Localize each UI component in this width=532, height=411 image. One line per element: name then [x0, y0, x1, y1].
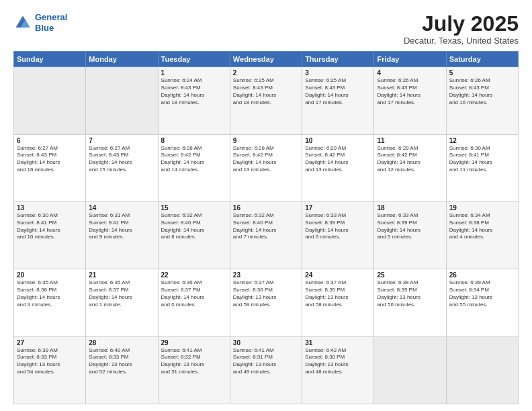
day-number: 1	[161, 69, 227, 77]
day-cell: 9Sunrise: 6:28 AM Sunset: 8:42 PM Daylig…	[230, 134, 302, 201]
day-number: 24	[305, 271, 371, 279]
day-detail: Sunrise: 6:40 AM Sunset: 8:33 PM Dayligh…	[89, 347, 154, 376]
day-number: 13	[17, 204, 83, 212]
day-number: 30	[233, 339, 299, 347]
day-number: 12	[449, 137, 515, 144]
weekday-wednesday: Wednesday	[230, 52, 302, 67]
weekday-saturday: Saturday	[446, 52, 518, 67]
day-number: 17	[305, 204, 371, 212]
day-detail: Sunrise: 6:24 AM Sunset: 8:43 PM Dayligh…	[161, 77, 227, 106]
day-number: 15	[161, 204, 227, 212]
day-number: 7	[89, 137, 154, 144]
day-detail: Sunrise: 6:33 AM Sunset: 8:39 PM Dayligh…	[377, 212, 443, 241]
day-detail: Sunrise: 6:38 AM Sunset: 8:35 PM Dayligh…	[377, 279, 443, 308]
day-cell: 19Sunrise: 6:34 AM Sunset: 8:38 PM Dayli…	[446, 201, 518, 269]
day-cell: 21Sunrise: 6:35 AM Sunset: 8:37 PM Dayli…	[86, 269, 158, 336]
day-cell: 23Sunrise: 6:37 AM Sunset: 8:36 PM Dayli…	[230, 269, 302, 336]
logo-icon	[13, 13, 32, 32]
day-detail: Sunrise: 6:33 AM Sunset: 8:39 PM Dayligh…	[305, 212, 371, 241]
day-detail: Sunrise: 6:32 AM Sunset: 8:40 PM Dayligh…	[161, 212, 227, 241]
calendar-table: SundayMondayTuesdayWednesdayThursdayFrid…	[13, 51, 519, 404]
page: General Blue July 2025 Decatur, Texas, U…	[0, 0, 532, 411]
day-cell: 18Sunrise: 6:33 AM Sunset: 8:39 PM Dayli…	[374, 201, 446, 269]
day-number: 31	[305, 339, 371, 347]
day-detail: Sunrise: 6:28 AM Sunset: 8:42 PM Dayligh…	[233, 145, 299, 174]
day-detail: Sunrise: 6:39 AM Sunset: 8:34 PM Dayligh…	[449, 279, 515, 308]
day-cell	[86, 67, 158, 134]
day-cell: 22Sunrise: 6:36 AM Sunset: 8:37 PM Dayli…	[158, 269, 230, 336]
day-cell: 2Sunrise: 6:25 AM Sunset: 8:43 PM Daylig…	[230, 67, 302, 134]
day-detail: Sunrise: 6:35 AM Sunset: 8:37 PM Dayligh…	[89, 279, 154, 308]
day-detail: Sunrise: 6:34 AM Sunset: 8:38 PM Dayligh…	[449, 212, 515, 241]
day-cell: 28Sunrise: 6:40 AM Sunset: 8:33 PM Dayli…	[86, 336, 158, 404]
week-row-0: 1Sunrise: 6:24 AM Sunset: 8:43 PM Daylig…	[14, 67, 519, 134]
day-detail: Sunrise: 6:29 AM Sunset: 8:42 PM Dayligh…	[377, 145, 443, 174]
day-number: 19	[449, 204, 515, 212]
day-cell: 26Sunrise: 6:39 AM Sunset: 8:34 PM Dayli…	[446, 269, 518, 336]
weekday-header-row: SundayMondayTuesdayWednesdayThursdayFrid…	[14, 52, 519, 67]
day-cell: 10Sunrise: 6:29 AM Sunset: 8:42 PM Dayli…	[302, 134, 374, 201]
day-cell: 6Sunrise: 6:27 AM Sunset: 8:43 PM Daylig…	[14, 134, 86, 201]
weekday-monday: Monday	[86, 52, 158, 67]
day-number: 27	[17, 339, 83, 347]
day-number: 21	[89, 271, 154, 279]
day-detail: Sunrise: 6:26 AM Sunset: 8:43 PM Dayligh…	[377, 77, 443, 106]
weekday-friday: Friday	[374, 52, 446, 67]
day-number: 2	[233, 69, 299, 77]
subtitle: Decatur, Texas, United States	[404, 36, 519, 46]
day-number: 4	[377, 69, 443, 77]
day-number: 9	[233, 137, 299, 144]
day-detail: Sunrise: 6:36 AM Sunset: 8:37 PM Dayligh…	[161, 279, 227, 308]
day-number: 3	[305, 69, 371, 77]
day-detail: Sunrise: 6:28 AM Sunset: 8:42 PM Dayligh…	[161, 145, 227, 174]
day-cell: 8Sunrise: 6:28 AM Sunset: 8:42 PM Daylig…	[158, 134, 230, 201]
day-detail: Sunrise: 6:32 AM Sunset: 8:40 PM Dayligh…	[233, 212, 299, 241]
day-cell: 14Sunrise: 6:31 AM Sunset: 8:41 PM Dayli…	[86, 201, 158, 269]
logo-text: General Blue	[35, 12, 67, 33]
day-cell: 24Sunrise: 6:37 AM Sunset: 8:35 PM Dayli…	[302, 269, 374, 336]
day-number: 6	[17, 137, 83, 144]
day-detail: Sunrise: 6:41 AM Sunset: 8:31 PM Dayligh…	[233, 347, 299, 376]
day-number: 22	[161, 271, 227, 279]
day-detail: Sunrise: 6:41 AM Sunset: 8:32 PM Dayligh…	[161, 347, 227, 376]
day-detail: Sunrise: 6:25 AM Sunset: 8:43 PM Dayligh…	[305, 77, 371, 106]
week-row-1: 6Sunrise: 6:27 AM Sunset: 8:43 PM Daylig…	[14, 134, 519, 201]
day-detail: Sunrise: 6:37 AM Sunset: 8:36 PM Dayligh…	[233, 279, 299, 308]
day-detail: Sunrise: 6:26 AM Sunset: 8:43 PM Dayligh…	[449, 77, 515, 106]
day-detail: Sunrise: 6:42 AM Sunset: 8:30 PM Dayligh…	[305, 347, 371, 376]
day-number: 18	[377, 204, 443, 212]
day-detail: Sunrise: 6:31 AM Sunset: 8:41 PM Dayligh…	[89, 212, 154, 241]
day-detail: Sunrise: 6:29 AM Sunset: 8:42 PM Dayligh…	[305, 145, 371, 174]
day-number: 25	[377, 271, 443, 279]
day-detail: Sunrise: 6:25 AM Sunset: 8:43 PM Dayligh…	[233, 77, 299, 106]
weekday-tuesday: Tuesday	[158, 52, 230, 67]
day-cell: 5Sunrise: 6:26 AM Sunset: 8:43 PM Daylig…	[446, 67, 518, 134]
day-detail: Sunrise: 6:30 AM Sunset: 8:41 PM Dayligh…	[449, 145, 515, 174]
weekday-thursday: Thursday	[302, 52, 374, 67]
week-row-4: 27Sunrise: 6:39 AM Sunset: 8:33 PM Dayli…	[14, 336, 519, 404]
day-detail: Sunrise: 6:27 AM Sunset: 8:43 PM Dayligh…	[17, 145, 83, 174]
day-number: 11	[377, 137, 443, 144]
day-cell: 20Sunrise: 6:35 AM Sunset: 8:38 PM Dayli…	[14, 269, 86, 336]
day-cell: 16Sunrise: 6:32 AM Sunset: 8:40 PM Dayli…	[230, 201, 302, 269]
header: General Blue July 2025 Decatur, Texas, U…	[13, 12, 519, 46]
day-number: 16	[233, 204, 299, 212]
week-row-3: 20Sunrise: 6:35 AM Sunset: 8:38 PM Dayli…	[14, 269, 519, 336]
logo: General Blue	[13, 12, 67, 33]
day-cell: 27Sunrise: 6:39 AM Sunset: 8:33 PM Dayli…	[14, 336, 86, 404]
day-detail: Sunrise: 6:39 AM Sunset: 8:33 PM Dayligh…	[17, 347, 83, 376]
day-cell: 25Sunrise: 6:38 AM Sunset: 8:35 PM Dayli…	[374, 269, 446, 336]
day-detail: Sunrise: 6:27 AM Sunset: 8:43 PM Dayligh…	[89, 145, 154, 174]
day-cell: 1Sunrise: 6:24 AM Sunset: 8:43 PM Daylig…	[158, 67, 230, 134]
day-number: 8	[161, 137, 227, 144]
day-number: 23	[233, 271, 299, 279]
day-cell: 3Sunrise: 6:25 AM Sunset: 8:43 PM Daylig…	[302, 67, 374, 134]
day-cell	[446, 336, 518, 404]
day-cell: 30Sunrise: 6:41 AM Sunset: 8:31 PM Dayli…	[230, 336, 302, 404]
day-detail: Sunrise: 6:30 AM Sunset: 8:41 PM Dayligh…	[17, 212, 83, 241]
day-cell: 4Sunrise: 6:26 AM Sunset: 8:43 PM Daylig…	[374, 67, 446, 134]
day-cell	[14, 67, 86, 134]
day-number: 10	[305, 137, 371, 144]
day-number: 14	[89, 204, 154, 212]
day-number: 5	[449, 69, 515, 77]
